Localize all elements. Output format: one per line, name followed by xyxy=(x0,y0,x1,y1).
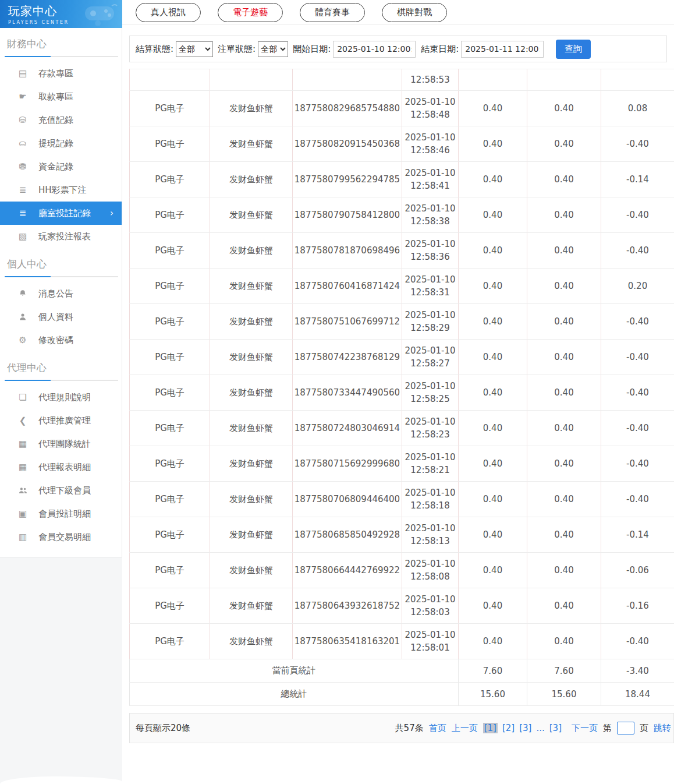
order-status-select[interactable]: 全部 xyxy=(258,41,288,57)
platform-cell: PG电子 xyxy=(130,624,210,659)
sidebar-item-member-bets[interactable]: ▣會員投註明細 xyxy=(0,502,122,525)
order-id-cell: 1877580733447490560 xyxy=(293,375,402,411)
chevron-right-icon: › xyxy=(110,208,113,218)
page-summary-label: 當前頁統計 xyxy=(130,659,459,683)
game-cell: 发财鱼虾蟹 xyxy=(210,553,293,588)
table-row: PG电子发财鱼虾蟹18775807068094464002025-01-1012… xyxy=(130,482,674,517)
page-link[interactable]: [3] xyxy=(549,723,562,733)
sidebar-item-label: 個人資料 xyxy=(38,312,73,323)
bet-time-cell: 2025-01-1012:58:38 xyxy=(402,197,459,233)
start-date-input[interactable] xyxy=(333,41,416,58)
settle-status-select[interactable]: 全部 xyxy=(176,41,213,57)
page-link[interactable]: [3] xyxy=(519,723,531,733)
bet-time: 12:58:01 xyxy=(402,641,458,654)
game-cell: 发财鱼虾蟹 xyxy=(210,517,293,553)
sidebar-item-person[interactable]: 個人資料 xyxy=(0,305,122,329)
first-page-link[interactable]: 首页 xyxy=(429,723,446,734)
valid-amount-cell: 0.40 xyxy=(527,233,601,269)
end-date-input[interactable] xyxy=(461,41,544,58)
sidebar-item-document[interactable]: ❏代理規則說明 xyxy=(0,386,122,409)
game-cell: 发财鱼虾蟹 xyxy=(210,446,293,482)
bet-time: 12:58:23 xyxy=(402,428,458,441)
profit-cell: -0.40 xyxy=(601,411,674,446)
bet-time: 12:58:25 xyxy=(402,393,458,405)
bet-time-cell: 2025-01-1012:58:23 xyxy=(402,411,459,446)
next-page-link[interactable]: 下一页 xyxy=(572,723,598,734)
valid-amount-cell: 0.40 xyxy=(527,517,601,553)
bet-amount-cell: 0.40 xyxy=(459,588,527,624)
sidebar-item-label: 代理規則說明 xyxy=(38,392,91,403)
sidebar-item-withdraw-hand[interactable]: ☛取款專區 xyxy=(0,85,122,108)
bet-date: 2025-01-10 xyxy=(402,522,458,535)
prev-page-link[interactable]: 上一页 xyxy=(452,723,478,734)
sidebar-item-member-trans[interactable]: ▥會員交易明細 xyxy=(0,525,122,549)
bet-amount-cell: 0.40 xyxy=(459,126,527,162)
tab-3[interactable]: 體育賽事 xyxy=(300,3,365,22)
game-cell: 发财鱼虾蟹 xyxy=(210,411,293,446)
sidebar-item-label: 會員投註明細 xyxy=(38,508,91,520)
pagination-controls: 共57条 首页 上一页 [1][2][3]...[3] 下一页 第 页 跳转 xyxy=(395,722,671,734)
bet-time: 12:58:31 xyxy=(402,286,458,299)
tab-2[interactable]: 電子遊藝 xyxy=(218,3,283,22)
bet-time: 12:58:46 xyxy=(402,144,458,157)
sidebar-item-lottery-list[interactable]: ≣HH彩票下注 xyxy=(0,178,122,202)
profit-cell: -0.40 xyxy=(601,482,674,517)
search-button[interactable]: 查詢 xyxy=(556,40,591,59)
order-id-cell: 1877580664442769922 xyxy=(293,553,402,588)
table-row: PG电子发财鱼虾蟹18775806354181632012025-01-1012… xyxy=(130,624,674,659)
platform-cell: PG电子 xyxy=(130,411,210,446)
order-id-cell: 1877580685850492928 xyxy=(293,517,402,553)
bet-amount-cell: 0.40 xyxy=(459,553,527,588)
bet-time: 12:58:38 xyxy=(402,215,458,228)
page-link[interactable]: [1] xyxy=(483,723,498,733)
deposit-card-icon: ▤ xyxy=(17,68,28,79)
sidebar-item-recharge-coins[interactable]: ⛁充值記錄 xyxy=(0,108,122,132)
bet-amount-cell: 0.40 xyxy=(459,446,527,482)
goto-button[interactable]: 跳转 xyxy=(654,723,671,734)
sidebar-item-funds-record[interactable]: ⛃資金記錄 xyxy=(0,155,122,178)
page-link[interactable]: [2] xyxy=(502,723,515,733)
sidebar-item-team-stats[interactable]: ▦代理團隊統計 xyxy=(0,432,122,455)
page-summary-profit: -3.40 xyxy=(601,659,674,683)
person-icon xyxy=(17,313,28,321)
table-row: PG电子发财鱼虾蟹18775807510676997122025-01-1012… xyxy=(130,304,674,340)
sidebar-item-report-detail[interactable]: ▦代理報表明細 xyxy=(0,455,122,479)
sidebar-item-deposit-card[interactable]: ▤存款專區 xyxy=(0,62,122,85)
goto-suffix-label: 页 xyxy=(640,723,648,734)
tab-1[interactable]: 真人視訊 xyxy=(136,3,201,22)
bet-time-cell: 2025-01-1012:58:27 xyxy=(402,340,459,375)
sidebar-item-label: 代理下級會員 xyxy=(38,485,91,496)
sidebar-item-share[interactable]: ❮代理推廣管理 xyxy=(0,409,122,432)
platform-cell: PG电子 xyxy=(130,233,210,269)
platform-cell: PG电子 xyxy=(130,517,210,553)
sidebar-item-members[interactable]: 代理下級會員 xyxy=(0,479,122,502)
bet-amount-cell: 0.40 xyxy=(459,197,527,233)
bet-time-cell: 2025-01-1012:58:08 xyxy=(402,553,459,588)
sidebar-item-label: 充值記錄 xyxy=(38,115,73,126)
goto-page-input[interactable] xyxy=(617,722,634,734)
bet-date: 2025-01-10 xyxy=(402,238,458,250)
total-summary-bet: 15.60 xyxy=(459,683,527,706)
bet-time-cell: 2025-01-1012:58:25 xyxy=(402,375,459,411)
sidebar-item-player-report[interactable]: ▧玩家投注報表 xyxy=(0,225,122,248)
bet-amount-cell: 0.40 xyxy=(459,482,527,517)
sidebar-item-bet-record-list[interactable]: ≣廳室投註記錄› xyxy=(0,202,122,225)
team-stats-icon: ▦ xyxy=(17,439,28,449)
sidebar-item-withdraw-record[interactable]: ⛀提現記錄 xyxy=(0,132,122,155)
order-id-cell: 1877580790758412800 xyxy=(293,197,402,233)
order-id-cell: 1877580715692999680 xyxy=(293,446,402,482)
game-cell: 发财鱼虾蟹 xyxy=(210,126,293,162)
tab-4[interactable]: 棋牌對戰 xyxy=(382,3,447,22)
page-summary-row: 當前頁統計 7.60 7.60 -3.40 xyxy=(130,659,674,683)
recharge-coins-icon: ⛁ xyxy=(17,115,28,125)
profit-cell: -0.14 xyxy=(601,517,674,553)
bet-date: 2025-01-10 xyxy=(402,344,458,357)
sidebar-item-bell[interactable]: 消息公告 xyxy=(0,282,122,305)
profit-cell: -0.40 xyxy=(601,304,674,340)
bet-time-cell: 2025-01-1012:58:48 xyxy=(402,91,459,126)
bet-time-cell: 2025-01-1012:58:03 xyxy=(402,588,459,624)
table-row: PG电子发财鱼虾蟹18775806644427699222025-01-1012… xyxy=(130,553,674,588)
sidebar-item-gear[interactable]: ⚙修改密碼 xyxy=(0,329,122,352)
bet-amount-cell: 0.40 xyxy=(459,304,527,340)
sidebar-item-label: HH彩票下注 xyxy=(38,185,87,196)
